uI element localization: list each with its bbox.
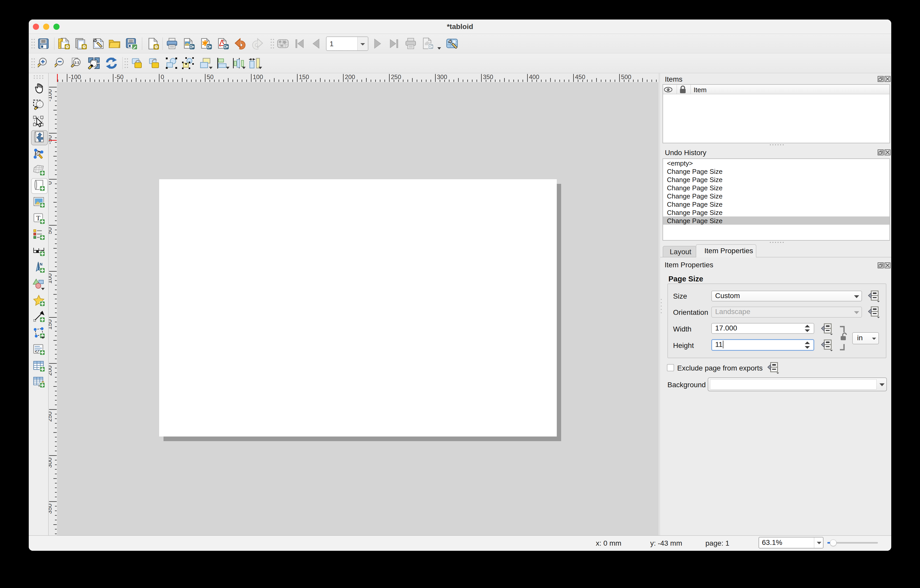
svg-text:-100: -100 <box>68 73 81 80</box>
svg-text:200: 200 <box>345 73 355 80</box>
svg-text:200: 200 <box>49 365 53 376</box>
svg-text:300: 300 <box>437 73 447 80</box>
svg-text:-50: -50 <box>49 135 53 144</box>
svg-text:150: 150 <box>49 319 53 330</box>
svg-text:500: 500 <box>621 73 631 80</box>
svg-text:100: 100 <box>49 274 53 284</box>
svg-text:50: 50 <box>49 227 53 234</box>
svg-text:0: 0 <box>49 181 53 185</box>
svg-text:300: 300 <box>49 458 53 468</box>
svg-text:50: 50 <box>207 73 214 80</box>
svg-text:250: 250 <box>391 73 401 80</box>
svg-text:450: 450 <box>575 73 585 80</box>
svg-text:400: 400 <box>529 73 539 80</box>
svg-text:150: 150 <box>299 73 309 80</box>
svg-text:-50: -50 <box>115 73 124 80</box>
svg-text:100: 100 <box>253 73 263 80</box>
svg-text:0: 0 <box>161 73 164 80</box>
svg-text:350: 350 <box>483 73 493 80</box>
svg-text:250: 250 <box>49 411 53 422</box>
svg-text:-100: -100 <box>49 89 53 101</box>
svg-text:350: 350 <box>49 504 53 514</box>
